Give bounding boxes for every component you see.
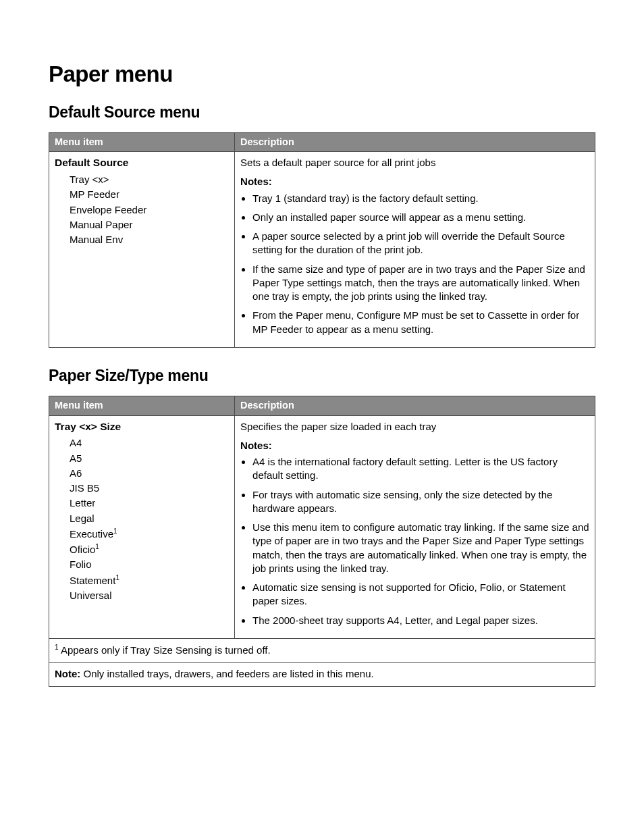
option: Envelope Feeder xyxy=(70,203,229,217)
description-lead: Specifies the paper size loaded in each … xyxy=(240,420,589,434)
notes-label: Notes: xyxy=(240,439,589,452)
option: Oficio1 xyxy=(70,542,229,556)
footnote-row: 1 Appears only if Tray Size Sensing is t… xyxy=(49,638,595,662)
col-header-description: Description xyxy=(235,132,595,152)
note-item: Use this menu item to configure automati… xyxy=(252,521,589,575)
option: MP Feeder xyxy=(70,188,229,201)
note-row: Note: Only installed trays, drawers, and… xyxy=(49,663,595,687)
col-header-description: Description xyxy=(235,396,595,415)
option: Manual Env xyxy=(70,233,229,246)
note-item: For trays with automatic size sensing, o… xyxy=(252,488,589,516)
note-item: If the same size and type of paper are i… xyxy=(252,263,589,304)
option: Executive1 xyxy=(70,527,229,541)
section-heading-default-source: Default Source menu xyxy=(49,102,595,123)
option: JIS B5 xyxy=(70,481,229,495)
note-item: From the Paper menu, Configure MP must b… xyxy=(252,309,589,336)
option: Legal xyxy=(70,512,229,525)
note-item: Automatic size sensing is not supported … xyxy=(252,581,589,608)
menu-item-title: Default Source xyxy=(55,156,229,170)
table-paper-size-type: Menu item Description Tray <x> Size A4 A… xyxy=(49,396,595,687)
note-label: Note: xyxy=(55,668,80,679)
description-lead: Sets a default paper source for all prin… xyxy=(240,156,589,170)
table-row: Default Source Tray <x> MP Feeder Envelo… xyxy=(49,152,595,348)
option: Statement1 xyxy=(70,573,229,588)
note-text: Only installed trays, drawers, and feede… xyxy=(80,668,373,679)
section-heading-paper-size-type: Paper Size/Type menu xyxy=(49,365,595,386)
notes-label: Notes: xyxy=(240,175,589,188)
option: Tray <x> xyxy=(70,173,229,186)
note-item: A paper source selected by a print job w… xyxy=(252,230,589,257)
option-list: A4 A5 A6 JIS B5 Letter Legal Executive1 … xyxy=(70,436,229,602)
note-item: The 2000-sheet tray supports A4, Letter,… xyxy=(252,614,589,627)
page-title: Paper menu xyxy=(49,59,595,90)
option: Folio xyxy=(70,558,229,571)
footnote-marker: 1 xyxy=(115,574,119,581)
note-item: Only an installed paper source will appe… xyxy=(252,211,589,224)
notes-list: A4 is the international factory default … xyxy=(252,455,589,627)
option-list: Tray <x> MP Feeder Envelope Feeder Manua… xyxy=(70,173,229,246)
footnote-marker: 1 xyxy=(113,527,117,535)
notes-list: Tray 1 (standard tray) is the factory de… xyxy=(252,192,589,336)
note-item: A4 is the international factory default … xyxy=(252,455,589,483)
option: Universal xyxy=(70,589,229,602)
footnote-text: Appears only if Tray Size Sensing is tur… xyxy=(59,644,271,656)
option: Letter xyxy=(70,496,229,510)
menu-item-title: Tray <x> Size xyxy=(55,420,229,434)
col-header-menu-item: Menu item xyxy=(49,132,235,152)
note-item: Tray 1 (standard tray) is the factory de… xyxy=(252,192,589,205)
option: A5 xyxy=(70,452,229,465)
col-header-menu-item: Menu item xyxy=(49,396,235,415)
table-row: Tray <x> Size A4 A5 A6 JIS B5 Letter Leg… xyxy=(49,415,595,638)
footnote-marker: 1 xyxy=(95,543,99,550)
table-default-source: Menu item Description Default Source Tra… xyxy=(49,132,595,348)
option: A6 xyxy=(70,467,229,480)
option: Manual Paper xyxy=(70,218,229,232)
option: A4 xyxy=(70,436,229,450)
